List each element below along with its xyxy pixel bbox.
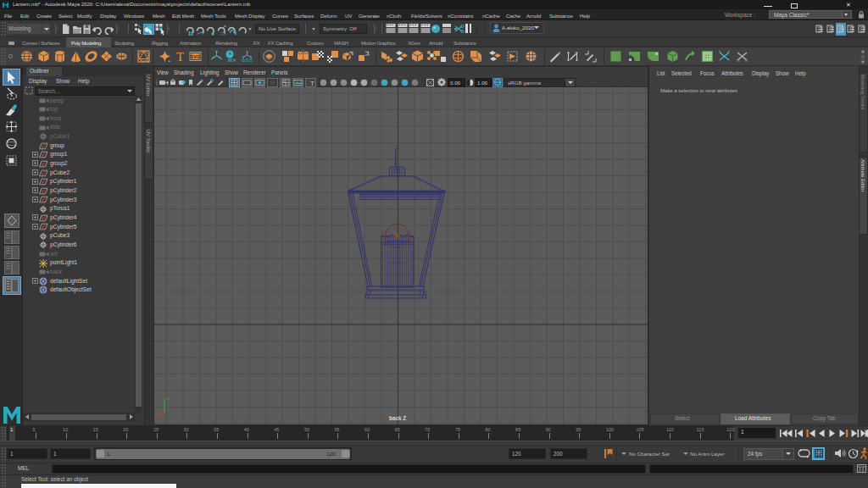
- svg-text:T: T: [310, 79, 314, 86]
- svg-text:0,0,0: 0,0,0: [242, 58, 252, 63]
- svg-text:T: T: [176, 50, 184, 63]
- svg-text:Y: Y: [166, 396, 170, 402]
- svg-text:SVG: SVG: [190, 54, 201, 59]
